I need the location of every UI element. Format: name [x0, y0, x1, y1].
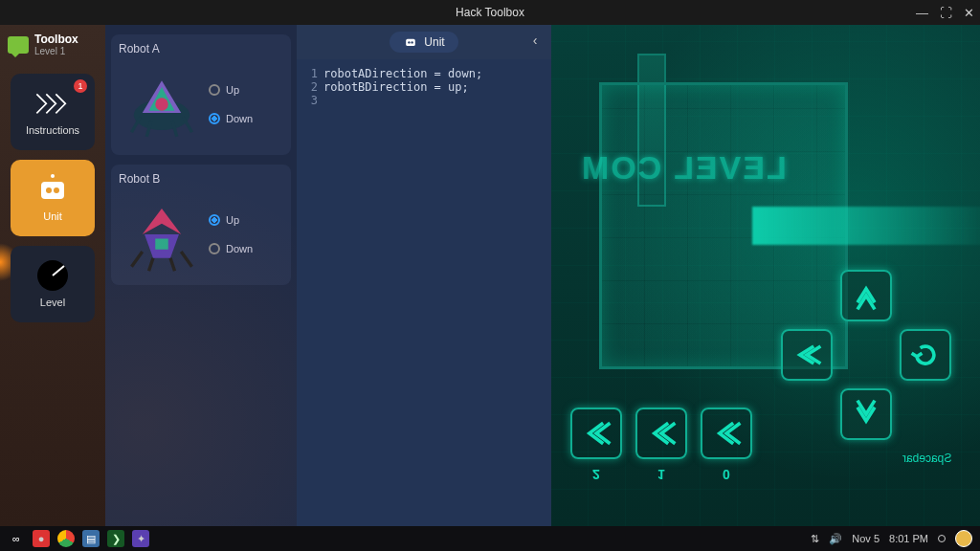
robot-a-title: Robot A — [119, 42, 283, 55]
sidebar-item-level[interactable]: Level — [11, 246, 95, 322]
robot-a-sprite — [119, 61, 205, 147]
robot-b-sprite — [119, 191, 205, 277]
code-editor[interactable]: 123 robotADirection = down;robotBDirecti… — [297, 59, 551, 526]
robot-b-card: Robot B Up Down — [111, 165, 291, 285]
svg-point-11 — [409, 41, 411, 43]
robot-a-up-radio[interactable]: Up — [209, 84, 253, 96]
queue-slot[interactable] — [701, 408, 752, 459]
robot-b-down-radio[interactable]: Down — [209, 243, 253, 254]
chevrons-right-icon — [33, 88, 72, 119]
queue-slot[interactable] — [635, 408, 687, 459]
activities-icon[interactable]: ∞ — [8, 530, 25, 547]
dpad-up-button[interactable] — [840, 270, 892, 321]
direction-pad — [781, 270, 951, 440]
robot-icon — [33, 174, 72, 205]
app-level-label: Level 1 — [34, 46, 78, 56]
queue-index: 1 — [635, 467, 687, 482]
game-viewport: LEVEL COM 2 1 0 — [551, 25, 980, 526]
toolbox-app-icon — [8, 36, 29, 54]
dpad-left-button[interactable] — [781, 329, 833, 381]
taskbar-app-icon[interactable]: ✦ — [132, 530, 149, 547]
terminal-icon[interactable]: ❯ — [107, 530, 124, 547]
svg-rect-9 — [155, 239, 168, 250]
sidebar-item-label: Level — [40, 297, 65, 308]
sidebar-item-instructions[interactable]: 1 Instructions — [11, 74, 95, 150]
robot-icon — [403, 35, 418, 49]
code-tab-bar: Unit ‹ — [297, 25, 551, 59]
robot-b-up-radio[interactable]: Up — [209, 214, 253, 226]
user-avatar[interactable] — [955, 530, 972, 547]
window-close-button[interactable]: ✕ — [964, 6, 974, 20]
tray-indicator[interactable] — [938, 535, 946, 542]
dpad-down-button[interactable] — [840, 388, 892, 440]
svg-rect-0 — [41, 182, 64, 199]
taskbar-app-icon[interactable]: ● — [33, 530, 50, 547]
window-minimize-button[interactable]: — — [916, 6, 928, 20]
dpad-undo-button[interactable] — [900, 329, 951, 381]
window-titlebar: Hack Toolbox — ⛶ ✕ — [0, 0, 980, 25]
robot-a-card: Robot A Up Down — [111, 34, 291, 155]
robot-b-title: Robot B — [119, 172, 283, 186]
system-taskbar: ∞ ● ▤ ❯ ✦ ⇅ 🔊 Nov 5 8:01 PM — [0, 526, 980, 551]
window-title: Hack Toolbox — [456, 6, 524, 19]
chrome-icon[interactable] — [57, 530, 75, 547]
svg-point-2 — [54, 187, 59, 193]
volume-icon[interactable]: 🔊 — [829, 533, 842, 545]
robot-config-panel: Robot A Up Down Robot B — [105, 25, 297, 526]
status-time: 8:01 PM — [889, 533, 928, 544]
level-sign: LEVEL COM — [580, 149, 787, 187]
energy-burst — [752, 207, 980, 245]
move-queue — [570, 408, 752, 459]
files-icon[interactable]: ▤ — [82, 530, 100, 547]
svg-point-8 — [155, 98, 168, 111]
app-name: Toolbox — [34, 33, 78, 46]
notification-badge: 1 — [74, 79, 87, 93]
code-lines: robotADirection = down;robotBDirection =… — [323, 67, 482, 518]
queue-index: 0 — [701, 467, 752, 482]
robot-a-down-radio[interactable]: Down — [209, 113, 253, 124]
code-panel: Unit ‹ 123 robotADirection = down;robotB… — [297, 25, 551, 526]
queue-index: 2 — [570, 467, 622, 482]
code-tab-unit[interactable]: Unit — [390, 32, 457, 53]
window-maximize-button[interactable]: ⛶ — [940, 6, 952, 20]
sidebar-item-unit[interactable]: Unit — [11, 160, 95, 236]
sidebar-item-label: Instructions — [26, 124, 79, 136]
svg-rect-10 — [407, 39, 416, 46]
sidebar-item-label: Unit — [43, 210, 62, 222]
network-icon[interactable]: ⇅ — [811, 533, 819, 545]
svg-point-12 — [412, 41, 413, 43]
status-date: Nov 5 — [852, 533, 880, 544]
collapse-code-button[interactable]: ‹ — [526, 33, 544, 50]
svg-point-4 — [51, 174, 55, 178]
radar-icon — [33, 260, 72, 291]
spacebar-hint: Spacebar — [902, 452, 951, 465]
line-gutter: 123 — [302, 67, 323, 518]
sidebar: Toolbox Level 1 1 Instructions Unit — [0, 25, 105, 526]
svg-point-1 — [46, 187, 52, 193]
queue-slot[interactable] — [570, 408, 622, 459]
